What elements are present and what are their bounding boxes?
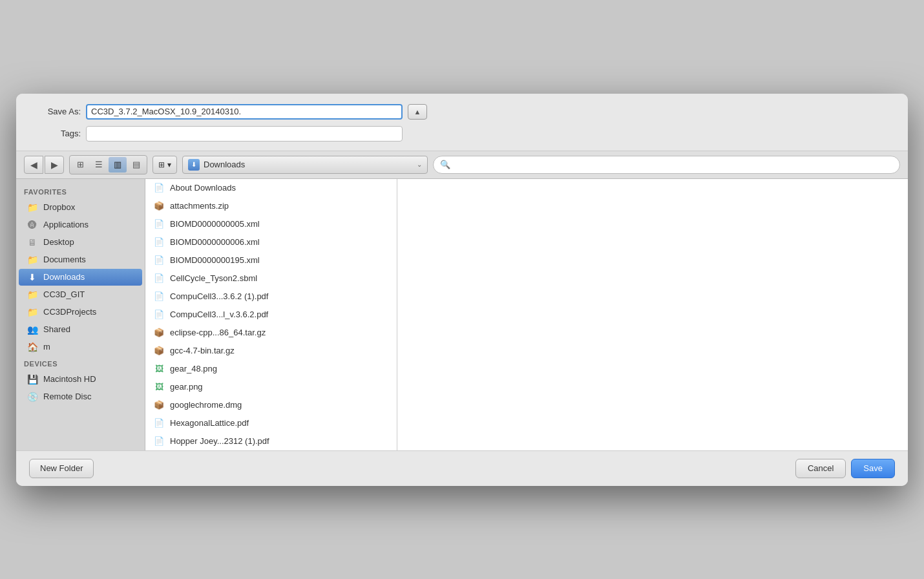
expand-button[interactable]: ▲ (408, 104, 427, 120)
list-item[interactable]: 📄CellCycle_Tyson2.sbml (145, 269, 397, 288)
location-selector[interactable]: ⬇ Downloads ⌄ (182, 156, 428, 174)
save-as-label: Save As: (29, 107, 81, 116)
search-icon: 🔍 (440, 160, 450, 169)
sidebar-item-label-dropbox: Dropbox (43, 202, 75, 212)
file-area: 📄About Downloads📦attachments.zip📄BIOMD00… (145, 179, 908, 450)
file-icon: 📄 (153, 182, 165, 194)
sidebar-item-label-macintosh-hd: Macintosh HD (43, 374, 96, 384)
applications-icon: 🅐 (26, 219, 38, 231)
file-icon: 📄 (153, 218, 165, 230)
list-item[interactable]: 📄CompuCell3...l_v.3.6.2.pdf (145, 306, 397, 324)
cc3dprojects-icon: 📁 (26, 306, 38, 318)
dropbox-icon: 📁 (26, 202, 38, 213)
sidebar-item-documents[interactable]: 📁 Documents (19, 251, 142, 268)
sidebar-item-label-cc3d-git: CC3D_GIT (43, 290, 85, 299)
file-name: gcc-4.7-bin.tar.gz (170, 346, 235, 355)
file-name: gear_48.png (170, 364, 217, 374)
list-item[interactable]: 📄BIOMD0000000005.xml (145, 215, 397, 233)
file-name: attachments.zip (170, 201, 229, 211)
list-item[interactable]: 📦eclipse-cpp...86_64.tar.gz (145, 324, 397, 342)
footer-left: New Folder (29, 459, 94, 478)
sidebar-item-downloads[interactable]: ⬇ Downloads (19, 269, 142, 286)
nav-group: ◀ ▶ (24, 156, 64, 174)
search-box: 🔍 (433, 156, 900, 174)
file-name: BIOMD0000000195.xml (170, 255, 260, 265)
file-name: Hopper Joey...2312 (1).pdf (170, 436, 269, 446)
list-item[interactable]: 📦gcc-4.7-bin.tar.gz (145, 342, 397, 360)
list-item[interactable]: 📄BIOMD0000000006.xml (145, 233, 397, 251)
save-dialog: Save As: ▲ Tags: ◀ ▶ ⊞ ☰ ▥ ▤ ⊞ ▾ ⬇ Downl… (16, 94, 908, 486)
list-item[interactable]: 📦attachments.zip (145, 197, 397, 215)
file-name: CompuCell3...l_v.3.6.2.pdf (170, 310, 268, 319)
sidebar-item-applications[interactable]: 🅐 Applications (19, 216, 142, 233)
file-name: BIOMD0000000005.xml (170, 219, 260, 229)
list-item[interactable]: 📦googlechrome.dmg (145, 396, 397, 414)
file-name: CellCycle_Tyson2.sbml (170, 273, 257, 283)
back-button[interactable]: ◀ (24, 156, 43, 174)
sidebar-item-m[interactable]: 🏠 m (19, 339, 142, 355)
dialog-header: Save As: ▲ Tags: (16, 94, 908, 151)
file-icon: 📦 (153, 399, 165, 411)
list-item[interactable]: 📄About Downloads (145, 179, 397, 197)
file-icon: 📄 (153, 255, 165, 266)
location-name: Downloads (204, 160, 413, 169)
downloads-icon: ⬇ (26, 271, 38, 283)
sidebar-item-cc3dprojects[interactable]: 📁 CC3DProjects (19, 304, 142, 321)
list-item[interactable]: 📄HexagonalLattice.pdf (145, 414, 397, 432)
file-icon: 📦 (153, 200, 165, 212)
sidebar-item-macintosh-hd[interactable]: 💾 Macintosh HD (19, 371, 142, 388)
search-input[interactable] (454, 160, 893, 169)
home-icon: 🏠 (26, 341, 38, 353)
file-name: eclipse-cpp...86_64.tar.gz (170, 328, 266, 337)
arrange-icon: ⊞ (158, 160, 165, 169)
sidebar-item-desktop[interactable]: 🖥 Desktop (19, 234, 142, 251)
new-folder-button[interactable]: New Folder (29, 459, 94, 478)
file-icon: 📄 (153, 237, 165, 248)
file-icon: 📦 (153, 345, 165, 357)
file-icon: 📄 (153, 417, 165, 429)
toolbar: ◀ ▶ ⊞ ☰ ▥ ▤ ⊞ ▾ ⬇ Downloads ⌄ 🔍 (16, 151, 908, 179)
filename-input[interactable] (86, 104, 403, 120)
file-icon: 🖼 (153, 381, 165, 393)
file-name: HexagonalLattice.pdf (170, 418, 249, 428)
view-coverflow-button[interactable]: ▤ (127, 157, 145, 173)
remote-disc-icon: 💿 (26, 391, 38, 403)
sidebar-item-shared[interactable]: 👥 Shared (19, 321, 142, 338)
list-item[interactable]: 📄Hopper Joey...2312 (1).pdf (145, 432, 397, 450)
list-item[interactable]: 📄CompuCell3...3.6.2 (1).pdf (145, 288, 397, 306)
favorites-label: FAVORITES (16, 184, 145, 198)
save-button[interactable]: Save (851, 459, 895, 478)
view-icon-button[interactable]: ⊞ (71, 157, 89, 173)
sidebar-item-label-desktop: Desktop (43, 237, 74, 247)
forward-button[interactable]: ▶ (45, 156, 64, 174)
arrange-button[interactable]: ⊞ ▾ (152, 156, 177, 174)
tags-input[interactable] (86, 126, 403, 142)
sidebar-item-remote-disc[interactable]: 💿 Remote Disc (19, 388, 142, 405)
documents-icon: 📁 (26, 254, 38, 266)
file-name: BIOMD0000000006.xml (170, 237, 260, 247)
location-dropdown-arrow: ⌄ (417, 161, 422, 168)
file-icon: 📄 (153, 436, 165, 447)
cancel-button[interactable]: Cancel (795, 459, 846, 478)
list-item[interactable]: 🖼gear.png (145, 378, 397, 396)
sidebar-item-label-m: m (43, 342, 50, 352)
macintosh-hd-icon: 💾 (26, 374, 38, 385)
list-item[interactable]: 📄BIOMD0000000195.xml (145, 251, 397, 269)
devices-label: DEVICES (16, 356, 145, 370)
view-column-button[interactable]: ▥ (109, 157, 127, 173)
sidebar-item-dropbox[interactable]: 📁 Dropbox (19, 199, 142, 216)
file-icon: 📄 (153, 291, 165, 302)
sidebar-item-label-documents: Documents (43, 255, 86, 264)
shared-icon: 👥 (26, 324, 38, 335)
list-item[interactable]: 🖼gear_48.png (145, 360, 397, 378)
file-name: googlechrome.dmg (170, 400, 242, 410)
cc3d-git-icon: 📁 (26, 289, 38, 300)
sidebar-item-label-remote-disc: Remote Disc (43, 392, 91, 401)
sidebar-item-cc3d-git[interactable]: 📁 CC3D_GIT (19, 286, 142, 303)
view-group: ⊞ ☰ ▥ ▤ (69, 155, 147, 174)
sidebar-item-label-downloads: Downloads (43, 272, 85, 282)
file-name: CompuCell3...3.6.2 (1).pdf (170, 291, 268, 301)
view-list-button[interactable]: ☰ (90, 157, 108, 173)
dialog-footer: New Folder Cancel Save (16, 450, 908, 486)
sidebar-item-label-shared: Shared (43, 324, 70, 334)
